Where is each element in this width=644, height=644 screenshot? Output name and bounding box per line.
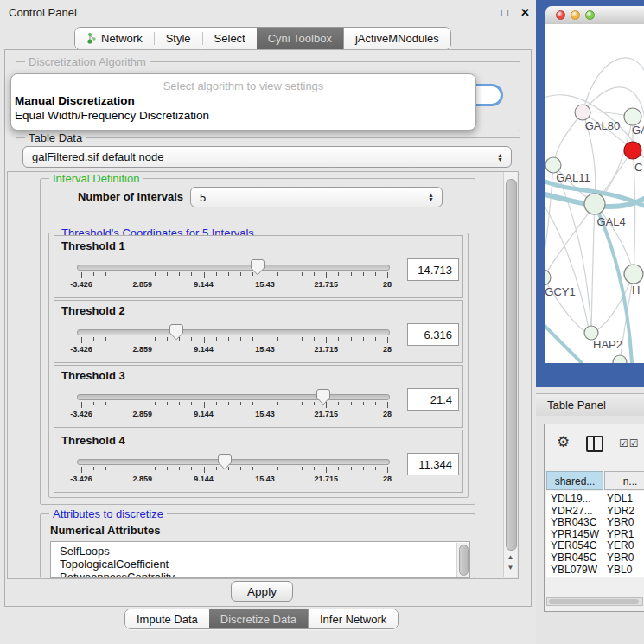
attribute-list-item[interactable]: SelfLoops [60, 545, 110, 558]
table-cell-name[interactable]: YBR0 [607, 552, 634, 564]
slider-tick-label: 2.859 [133, 280, 153, 289]
column-header-shared[interactable]: shared... [546, 471, 603, 490]
zoom-traffic-light-icon[interactable] [585, 10, 595, 20]
table-cell-name[interactable]: YDL1 [607, 493, 633, 505]
table-cell-shared-name[interactable]: YDL19... [551, 493, 591, 505]
slider-tick-label: 21.715 [314, 410, 338, 418]
close-traffic-light-icon[interactable] [556, 10, 565, 20]
slider-tick [314, 272, 315, 276]
network-node-c[interactable] [624, 142, 641, 159]
slider-tick [387, 337, 388, 343]
vertical-scrollbar[interactable]: ▲ ▼ [503, 172, 517, 577]
apply-button[interactable]: Apply [231, 581, 293, 602]
scroll-down-icon[interactable]: ▼ [504, 563, 517, 572]
horizontal-scrollbar-thumb[interactable] [549, 599, 639, 604]
minimize-traffic-light-icon[interactable] [571, 10, 580, 20]
slider-tick [191, 337, 192, 341]
network-edge[interactable] [545, 197, 589, 328]
slider-tick-label: 21.715 [314, 345, 338, 354]
slider-thumb[interactable] [169, 323, 184, 341]
network-edge[interactable] [545, 204, 595, 277]
slider-tick [240, 272, 241, 276]
table-cell-name[interactable]: YDR2 [607, 505, 634, 517]
network-edge[interactable] [553, 112, 583, 165]
network-node-label: GA [632, 124, 644, 137]
network-node-h[interactable] [624, 265, 643, 284]
table-data-combobox[interactable]: galFiltered.sif default node ▲▼ [22, 146, 512, 168]
list-scrollbar-thumb[interactable] [459, 545, 469, 576]
slider-track[interactable] [77, 329, 390, 335]
slider-track[interactable] [77, 394, 390, 400]
slider-thumb[interactable] [316, 388, 331, 405]
slider-thumb[interactable] [217, 453, 233, 470]
list-scrollbar[interactable] [456, 543, 469, 577]
table-cell-shared-name[interactable]: YBR045C [551, 552, 596, 564]
network-edge[interactable] [591, 204, 595, 333]
tab-discretize-data[interactable]: Discretize Data [209, 609, 308, 628]
slider-tick [375, 402, 376, 405]
tab-impute-data[interactable]: Impute Data [125, 609, 209, 628]
attribute-list-item[interactable]: TopologicalCoefficient [60, 558, 169, 571]
numerical-attributes-list[interactable]: SelfLoopsTopologicalCoefficientBetweenne… [50, 541, 470, 578]
network-node-label: C [634, 161, 642, 174]
table-cell-name[interactable]: YER0 [607, 539, 634, 552]
column-header-name[interactable]: n... [604, 471, 644, 490]
select-columns-checkbox-icons[interactable]: ☑☑ [619, 437, 640, 450]
slider-track[interactable] [77, 459, 390, 465]
threshold-value-field[interactable]: 11.344 [407, 453, 459, 475]
table-cell-name[interactable]: YPR1 [607, 528, 634, 540]
threshold-value-field[interactable]: 6.316 [407, 323, 459, 346]
tab-jactivemnodules[interactable]: jActiveMNodules [343, 28, 450, 49]
table-cell-shared-name[interactable]: YBR043C [551, 516, 596, 528]
attribute-list-item[interactable]: BetweennessCentrality [60, 571, 175, 578]
network-node-gal4[interactable] [584, 194, 605, 214]
slider-tick [351, 402, 352, 405]
tab-network[interactable]: Network [75, 28, 154, 49]
slider-track[interactable] [77, 265, 390, 271]
popup-item-manual-discretization[interactable]: Manual Discretization [15, 94, 135, 107]
number-of-intervals-combobox[interactable]: 5 ▲▼ [190, 187, 443, 207]
slider-tick [265, 402, 265, 408]
attributes-group-label: Attributes to discretize [49, 507, 167, 520]
tab-label: Select [214, 32, 245, 45]
table-rows[interactable]: YDL19...YDL1YDR27...YDR2YBR043CYBR0YPR14… [546, 491, 644, 577]
number-of-intervals-label: Number of Intervals [52, 190, 183, 203]
network-canvas[interactable]: GAL80GACGAL11GAL4GCY1HHAP2 [545, 24, 644, 363]
network-edge-highlighted[interactable] [545, 322, 582, 363]
slider-tick [277, 467, 278, 470]
vertical-scrollbar-thumb[interactable] [506, 179, 517, 551]
table-cell-name[interactable]: YBR0 [607, 516, 634, 528]
slider-tick [216, 337, 217, 341]
table-cell-name[interactable]: YLR3 [607, 575, 633, 577]
scroll-up-icon[interactable]: ▲ [504, 552, 517, 562]
tab-style[interactable]: Style [155, 28, 202, 49]
table-cell-shared-name[interactable]: YBL079W [551, 564, 597, 576]
threshold-value-field[interactable]: 14.713 [407, 258, 459, 281]
table-cell-name[interactable]: YBL0 [607, 564, 632, 576]
slider-thumb[interactable] [250, 258, 265, 276]
network-node-gal80[interactable] [575, 105, 590, 120]
network-node-ga[interactable] [624, 108, 641, 125]
network-node-gcy1[interactable] [545, 270, 551, 285]
horizontal-scrollbar[interactable] [546, 597, 643, 606]
tab-label: Style [166, 32, 191, 45]
application-window: Control Panel □ ✕ NetworkStyleSelectCyni… [0, 0, 644, 644]
split-columns-icon[interactable] [586, 436, 603, 452]
tab-select[interactable]: Select [203, 28, 257, 49]
network-window-titlebar[interactable] [545, 6, 644, 25]
float-window-icon[interactable]: □ [501, 6, 508, 19]
table-cell-shared-name[interactable]: YDR27... [551, 505, 593, 517]
slider-tick-label: 28 [383, 280, 392, 289]
table-cell-shared-name[interactable]: YER054C [551, 539, 596, 552]
threshold-value-field[interactable]: 21.4 [407, 388, 459, 411]
close-window-icon[interactable]: ✕ [520, 6, 530, 19]
table-cell-shared-name[interactable]: YPR145W [551, 528, 599, 540]
slider-tick [155, 337, 156, 341]
tab-cyni-toolbox[interactable]: Cyni Toolbox [257, 28, 343, 49]
table-settings-gear-icon[interactable]: ⚙ [557, 433, 570, 451]
slider-tick [290, 337, 290, 341]
table-cell-shared-name[interactable]: YLR345W [551, 575, 598, 577]
tab-infer-network[interactable]: Infer Network [308, 609, 398, 628]
popup-item-equal-width-frequency[interactable]: Equal Width/Frequency Discretization [15, 109, 209, 122]
network-node[interactable] [613, 355, 627, 363]
